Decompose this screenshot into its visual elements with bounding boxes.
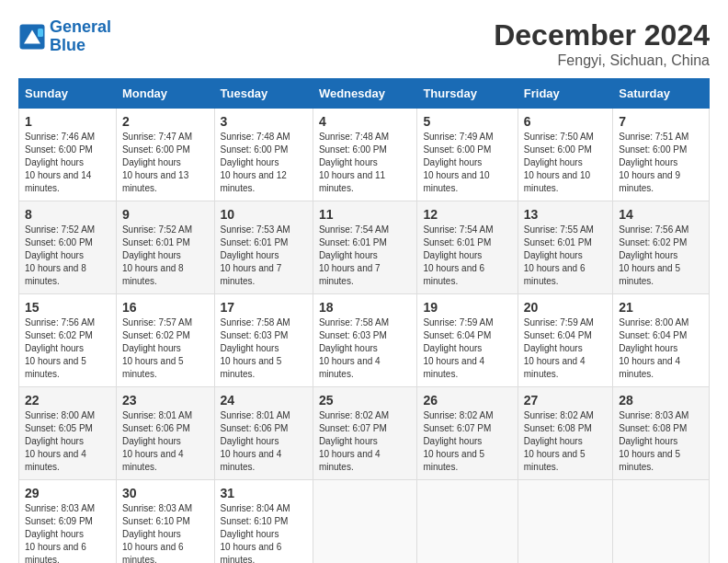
day-number: 4	[319, 114, 412, 129]
calendar-week-row: 22 Sunrise: 8:00 AMSunset: 6:05 PMDaylig…	[19, 387, 710, 480]
logo-line1: General	[50, 17, 111, 36]
day-number: 9	[122, 207, 209, 222]
calendar-day-cell: 28 Sunrise: 8:03 AMSunset: 6:08 PMDaylig…	[613, 387, 710, 480]
day-info: Sunrise: 7:50 AMSunset: 6:00 PMDaylight …	[524, 131, 608, 195]
day-info: Sunrise: 7:54 AMSunset: 6:01 PMDaylight …	[423, 224, 511, 288]
day-number: 31	[221, 486, 307, 500]
calendar-day-cell: 7 Sunrise: 7:51 AMSunset: 6:00 PMDayligh…	[613, 109, 710, 201]
calendar-day-cell	[417, 480, 518, 564]
month-title: December 2024	[494, 18, 710, 52]
day-number: 19	[423, 300, 511, 315]
day-number: 8	[25, 207, 110, 222]
calendar-day-cell: 24 Sunrise: 8:01 AMSunset: 6:06 PMDaylig…	[214, 387, 313, 480]
day-info: Sunrise: 7:48 AMSunset: 6:00 PMDaylight …	[319, 131, 412, 195]
day-number: 7	[619, 114, 703, 129]
day-number: 10	[221, 207, 307, 222]
calendar-day-cell: 4 Sunrise: 7:48 AMSunset: 6:00 PMDayligh…	[313, 109, 417, 201]
logo-line2: Blue	[50, 36, 85, 54]
location: Fengyi, Sichuan, China	[494, 52, 710, 69]
day-number: 5	[423, 114, 511, 129]
calendar-day-cell: 19 Sunrise: 7:59 AMSunset: 6:04 PMDaylig…	[417, 294, 518, 387]
day-number: 1	[25, 114, 110, 129]
day-number: 22	[25, 393, 110, 408]
weekday-header: Sunday	[19, 79, 117, 109]
weekday-header: Wednesday	[313, 79, 417, 109]
svg-rect-2	[38, 29, 43, 37]
weekday-header: Monday	[116, 79, 214, 109]
day-info: Sunrise: 7:58 AMSunset: 6:03 PMDaylight …	[319, 316, 412, 381]
day-number: 14	[619, 207, 703, 222]
calendar-day-cell: 11 Sunrise: 7:54 AMSunset: 6:01 PMDaylig…	[313, 201, 417, 294]
calendar-day-cell: 16 Sunrise: 7:57 AMSunset: 6:02 PMDaylig…	[116, 294, 214, 387]
title-block: December 2024 Fengyi, Sichuan, China	[494, 18, 710, 69]
calendar-week-row: 1 Sunrise: 7:46 AMSunset: 6:00 PMDayligh…	[19, 109, 710, 201]
calendar-day-cell: 5 Sunrise: 7:49 AMSunset: 6:00 PMDayligh…	[417, 109, 518, 201]
calendar-day-cell: 2 Sunrise: 7:47 AMSunset: 6:00 PMDayligh…	[116, 109, 214, 201]
day-number: 15	[25, 300, 110, 315]
day-number: 21	[619, 300, 703, 315]
day-info: Sunrise: 7:54 AMSunset: 6:01 PMDaylight …	[319, 224, 412, 288]
day-number: 23	[122, 393, 209, 408]
calendar-day-cell	[613, 480, 710, 564]
calendar-day-cell: 10 Sunrise: 7:53 AMSunset: 6:01 PMDaylig…	[214, 201, 313, 294]
calendar-day-cell: 31 Sunrise: 8:04 AMSunset: 6:10 PMDaylig…	[214, 480, 313, 564]
day-info: Sunrise: 7:46 AMSunset: 6:00 PMDaylight …	[25, 131, 110, 195]
calendar-week-row: 15 Sunrise: 7:56 AMSunset: 6:02 PMDaylig…	[19, 294, 710, 387]
day-info: Sunrise: 8:02 AMSunset: 6:08 PMDaylight …	[524, 409, 608, 474]
calendar-day-cell: 6 Sunrise: 7:50 AMSunset: 6:00 PMDayligh…	[518, 109, 613, 201]
calendar-day-cell: 25 Sunrise: 8:02 AMSunset: 6:07 PMDaylig…	[313, 387, 417, 480]
day-info: Sunrise: 8:04 AMSunset: 6:10 PMDaylight …	[221, 502, 307, 563]
day-info: Sunrise: 7:57 AMSunset: 6:02 PMDaylight …	[122, 316, 209, 381]
calendar-body: 1 Sunrise: 7:46 AMSunset: 6:00 PMDayligh…	[19, 109, 710, 564]
calendar-day-cell: 1 Sunrise: 7:46 AMSunset: 6:00 PMDayligh…	[19, 109, 117, 201]
calendar-day-cell: 21 Sunrise: 8:00 AMSunset: 6:04 PMDaylig…	[613, 294, 710, 387]
logo-text: General Blue	[50, 18, 111, 55]
day-number: 16	[122, 300, 209, 315]
weekday-header: Tuesday	[214, 79, 313, 109]
day-info: Sunrise: 7:52 AMSunset: 6:01 PMDaylight …	[122, 224, 209, 288]
calendar-day-cell: 23 Sunrise: 8:01 AMSunset: 6:06 PMDaylig…	[116, 387, 214, 480]
calendar-day-cell: 27 Sunrise: 8:02 AMSunset: 6:08 PMDaylig…	[518, 387, 613, 480]
day-number: 3	[221, 114, 307, 129]
day-info: Sunrise: 7:53 AMSunset: 6:01 PMDaylight …	[221, 224, 307, 288]
calendar-day-cell: 13 Sunrise: 7:55 AMSunset: 6:01 PMDaylig…	[518, 201, 613, 294]
day-number: 27	[524, 393, 608, 408]
day-number: 29	[25, 486, 110, 500]
calendar-day-cell: 22 Sunrise: 8:00 AMSunset: 6:05 PMDaylig…	[19, 387, 117, 480]
weekday-header: Friday	[518, 79, 613, 109]
calendar-day-cell: 12 Sunrise: 7:54 AMSunset: 6:01 PMDaylig…	[417, 201, 518, 294]
day-info: Sunrise: 7:56 AMSunset: 6:02 PMDaylight …	[619, 224, 703, 288]
day-info: Sunrise: 8:01 AMSunset: 6:06 PMDaylight …	[122, 409, 209, 474]
weekday-header: Saturday	[613, 79, 710, 109]
calendar-header: SundayMondayTuesdayWednesdayThursdayFrid…	[19, 79, 710, 109]
calendar-day-cell	[518, 480, 613, 564]
day-info: Sunrise: 8:03 AMSunset: 6:08 PMDaylight …	[619, 409, 703, 474]
day-info: Sunrise: 7:55 AMSunset: 6:01 PMDaylight …	[524, 224, 608, 288]
calendar-table: SundayMondayTuesdayWednesdayThursdayFrid…	[18, 78, 710, 563]
day-info: Sunrise: 8:02 AMSunset: 6:07 PMDaylight …	[423, 409, 511, 474]
page-header: General Blue December 2024 Fengyi, Sichu…	[18, 18, 710, 69]
day-number: 25	[319, 393, 412, 408]
day-number: 6	[524, 114, 608, 129]
day-info: Sunrise: 8:00 AMSunset: 6:04 PMDaylight …	[619, 316, 703, 381]
day-number: 18	[319, 300, 412, 315]
calendar-day-cell: 26 Sunrise: 8:02 AMSunset: 6:07 PMDaylig…	[417, 387, 518, 480]
calendar-day-cell: 29 Sunrise: 8:03 AMSunset: 6:09 PMDaylig…	[19, 480, 117, 564]
day-info: Sunrise: 7:58 AMSunset: 6:03 PMDaylight …	[221, 316, 307, 381]
day-info: Sunrise: 7:52 AMSunset: 6:00 PMDaylight …	[25, 224, 110, 288]
calendar-day-cell: 15 Sunrise: 7:56 AMSunset: 6:02 PMDaylig…	[19, 294, 117, 387]
logo-icon	[18, 23, 46, 51]
day-info: Sunrise: 8:02 AMSunset: 6:07 PMDaylight …	[319, 409, 412, 474]
day-number: 13	[524, 207, 608, 222]
calendar-day-cell: 8 Sunrise: 7:52 AMSunset: 6:00 PMDayligh…	[19, 201, 117, 294]
day-number: 12	[423, 207, 511, 222]
day-number: 17	[221, 300, 307, 315]
day-number: 28	[619, 393, 703, 408]
calendar-week-row: 8 Sunrise: 7:52 AMSunset: 6:00 PMDayligh…	[19, 201, 710, 294]
logo: General Blue	[18, 18, 111, 55]
calendar-day-cell: 18 Sunrise: 7:58 AMSunset: 6:03 PMDaylig…	[313, 294, 417, 387]
calendar-week-row: 29 Sunrise: 8:03 AMSunset: 6:09 PMDaylig…	[19, 480, 710, 564]
day-number: 24	[221, 393, 307, 408]
day-info: Sunrise: 7:56 AMSunset: 6:02 PMDaylight …	[25, 316, 110, 381]
day-number: 20	[524, 300, 608, 315]
